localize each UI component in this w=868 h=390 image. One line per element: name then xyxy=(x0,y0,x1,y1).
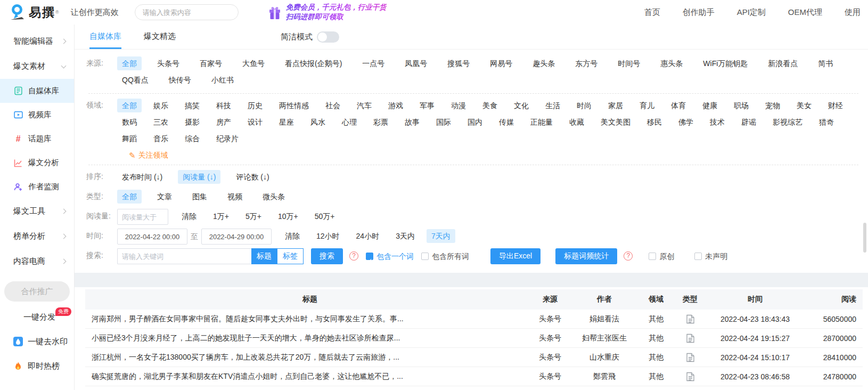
field-chip[interactable]: 故事 xyxy=(400,115,424,129)
search-by-tag-button[interactable]: 标签 xyxy=(277,248,304,264)
help-icon[interactable]: ? xyxy=(349,251,358,261)
sidebar-item-media-library[interactable]: 自媒体库 xyxy=(0,79,74,103)
field-chip[interactable]: 移民 xyxy=(642,115,667,129)
table-row[interactable]: 确实挺荒唐的，湖北男子李某和朋友在KTV消遣点小姐时，点到自己老婆，这让他尴尬不… xyxy=(85,367,863,386)
time-preset-chip[interactable]: 12小时 xyxy=(312,229,345,243)
source-chip[interactable]: 百家号 xyxy=(195,56,227,70)
field-chip[interactable]: 美女 xyxy=(792,99,816,112)
field-chip[interactable]: 社会 xyxy=(321,99,345,112)
field-chip[interactable]: 舞蹈 xyxy=(117,132,142,145)
field-chip[interactable]: 宠物 xyxy=(760,99,785,112)
row-title[interactable]: 确实挺荒唐的，湖北男子李某和朋友在KTV消遣点小姐时，点到自己老婆，这让他尴尬不… xyxy=(85,372,528,381)
time-preset-chip[interactable]: 3天内 xyxy=(391,229,420,243)
undeclared-checkbox[interactable]: 未声明 xyxy=(694,248,727,264)
table-row[interactable]: 小丽已经3个月没来月经了，上高二的她发现肚子一天天的增大，单身的她去社区诊所检查… xyxy=(85,329,863,348)
sidebar-item-smart-editor[interactable]: 智能编辑器 xyxy=(0,29,74,54)
row-title[interactable]: 小丽已经3个月没来月经了，上高二的她发现肚子一天天的增大，单身的她去社区诊所检查… xyxy=(85,334,528,343)
logo[interactable]: 易撰 ® xyxy=(10,4,59,21)
nav-link[interactable]: 使用 xyxy=(845,7,861,18)
sidebar-item-rank-analysis[interactable]: 榜单分析 xyxy=(0,224,74,249)
sidebar-item-content-ecommerce[interactable]: 内容电商 xyxy=(0,249,74,274)
source-chip[interactable]: 搜狐号 xyxy=(443,56,474,70)
type-chip[interactable]: 视频 xyxy=(223,190,247,204)
time-to-input[interactable] xyxy=(201,229,272,245)
source-chip[interactable]: 网易号 xyxy=(485,56,517,70)
field-chip[interactable]: 彩票 xyxy=(369,115,393,129)
checkbox-icon[interactable] xyxy=(649,253,656,260)
field-chip[interactable]: 三农 xyxy=(149,115,173,129)
sidebar-item-cooperation[interactable]: 合作推广 xyxy=(4,281,70,302)
field-chip[interactable]: 职场 xyxy=(729,99,754,112)
field-chip[interactable]: 国内 xyxy=(463,115,487,129)
sidebar-item-topic-library[interactable]: # 话题库 xyxy=(0,127,74,151)
field-chip[interactable]: 美食 xyxy=(478,99,502,112)
reads-preset-chip[interactable]: 1万+ xyxy=(208,209,234,223)
sidebar-item-hot-tools[interactable]: 爆文工具 xyxy=(0,199,74,224)
field-chip[interactable]: 搞笑 xyxy=(180,99,204,112)
header-search-input[interactable] xyxy=(143,9,236,17)
field-chip[interactable]: 正能量 xyxy=(526,115,558,129)
source-chip[interactable]: 快传号 xyxy=(164,73,196,87)
field-chip[interactable]: 风水 xyxy=(306,115,330,129)
checkbox-icon[interactable] xyxy=(694,253,702,260)
field-chip[interactable]: 游戏 xyxy=(383,99,408,112)
row-author[interactable]: 山水重庆 xyxy=(572,353,637,362)
table-row[interactable]: 浙江杭州，一名女子花138000买了辆房车，加上改装总共花了20万，随后就去了云… xyxy=(85,348,863,367)
field-chip[interactable]: 育儿 xyxy=(635,99,659,112)
field-chip[interactable]: 设计 xyxy=(243,115,267,129)
field-chip[interactable]: 房产 xyxy=(211,115,236,129)
field-chip[interactable]: 全部 xyxy=(117,99,142,112)
sidebar-item-hot-material[interactable]: 爆文素材 xyxy=(0,54,74,79)
vertical-scrollbar[interactable] xyxy=(863,223,866,253)
type-chip[interactable]: 文章 xyxy=(152,190,177,204)
time-from-input[interactable] xyxy=(117,229,187,245)
field-chip[interactable]: 佛学 xyxy=(674,115,698,129)
contains-one-word-checkbox[interactable]: 包含一个词 xyxy=(366,248,414,264)
reads-preset-chip[interactable]: 10万+ xyxy=(273,209,303,223)
field-chip[interactable]: 时尚 xyxy=(572,99,596,112)
sidebar-item-realtime-hotlist[interactable]: 即时热榜 xyxy=(0,354,74,378)
field-chip[interactable]: 动漫 xyxy=(446,99,471,112)
field-chip[interactable]: 科技 xyxy=(211,99,236,112)
row-title[interactable]: 河南郑州，男子醉酒在女同事家中留宿。随后趁女同事丈夫外出时，与女同事发生了关系。… xyxy=(85,314,528,324)
row-author[interactable]: 鄭雲飛 xyxy=(572,372,637,381)
time-preset-chip[interactable]: 7天内 xyxy=(427,229,455,243)
sidebar-item-author-monitor[interactable]: 作者监测 xyxy=(0,175,74,199)
field-chip[interactable]: 音乐 xyxy=(149,132,173,145)
source-chip[interactable]: QQ看点 xyxy=(117,73,153,87)
field-chip[interactable]: 体育 xyxy=(666,99,691,112)
source-chip[interactable]: 小红书 xyxy=(207,73,239,87)
field-chip[interactable]: 财经 xyxy=(823,99,848,112)
source-chip[interactable]: 头条号 xyxy=(152,56,184,70)
source-chip[interactable]: 简书 xyxy=(813,56,838,70)
contains-all-words-checkbox[interactable]: 包含所有词 xyxy=(421,248,469,264)
field-chip[interactable]: 娱乐 xyxy=(149,99,173,112)
time-preset-chip[interactable]: 24小时 xyxy=(351,229,384,243)
title-word-frequency-button[interactable]: 标题词频统计 xyxy=(555,248,617,264)
reads-min-input[interactable] xyxy=(117,209,168,225)
table-row[interactable]: 河南郑州，男子醉酒在女同事家中留宿。随后趁女同事丈夫外出时，与女同事发生了关系。… xyxy=(85,310,863,329)
source-chip[interactable]: 一点号 xyxy=(357,56,389,70)
table-row[interactable]: 疯了疯了！美元的进攻气势如虹，美元可以说展开最强进攻！人民币居然连续五天被迎面扑… xyxy=(85,386,863,390)
field-chip[interactable]: 健康 xyxy=(698,99,722,112)
field-chip[interactable]: 两性情感 xyxy=(274,99,314,112)
reads-preset-chip[interactable]: 5万+ xyxy=(241,209,266,223)
source-chip[interactable]: 惠头条 xyxy=(656,56,687,70)
reads-preset-chip[interactable]: 50万+ xyxy=(310,209,340,223)
original-checkbox[interactable]: 原创 xyxy=(649,248,674,264)
header-search[interactable] xyxy=(135,4,239,20)
checkbox-icon[interactable] xyxy=(421,253,429,260)
promo-banner[interactable]: 免费会员，千元礼包，行业干货 扫码进群即可领取 xyxy=(268,3,387,21)
help-icon[interactable]: ? xyxy=(624,251,633,261)
field-chip[interactable]: 文化 xyxy=(509,99,534,112)
type-chip[interactable]: 微头条 xyxy=(258,190,290,204)
sidebar-item-video-library[interactable]: 视频库 xyxy=(0,103,74,127)
field-chip[interactable]: 心理 xyxy=(337,115,362,129)
source-chip[interactable]: 东方号 xyxy=(570,56,602,70)
sidebar-item-watermark-remove[interactable]: 一键去水印 xyxy=(0,329,74,354)
row-author[interactable]: 妇帮主张医生 xyxy=(572,334,637,343)
field-chip[interactable]: 摄影 xyxy=(180,115,204,129)
sidebar-item-one-key-distribute[interactable]: 一键分发 免费 xyxy=(0,305,74,329)
source-chip[interactable]: 看点快报(企鹅号) xyxy=(280,56,347,70)
source-chip[interactable]: 全部 xyxy=(117,56,142,70)
